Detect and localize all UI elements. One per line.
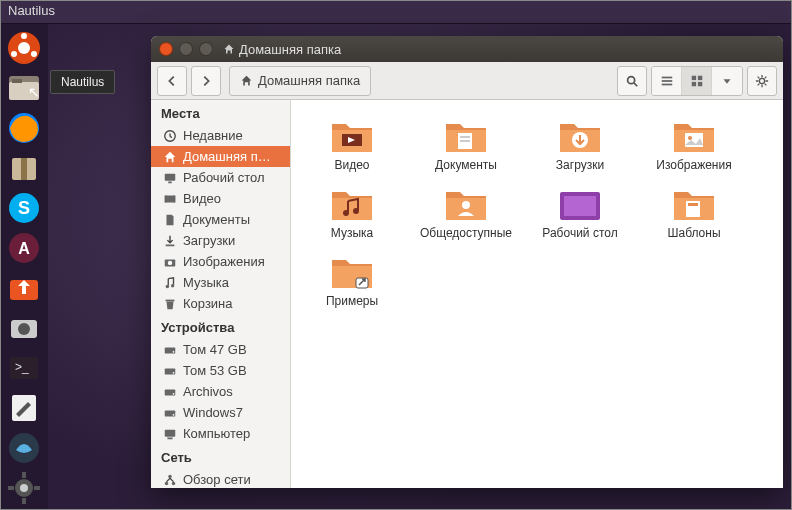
svg-rect-50 bbox=[165, 173, 176, 180]
launcher-settings[interactable] bbox=[4, 470, 44, 506]
svg-point-81 bbox=[688, 136, 692, 140]
svg-point-64 bbox=[173, 371, 175, 373]
svg-rect-60 bbox=[166, 299, 175, 301]
launcher-skype[interactable]: S bbox=[4, 190, 44, 226]
menu-gear-button[interactable] bbox=[747, 66, 777, 96]
toolbar: Домашняя папка bbox=[151, 62, 783, 100]
launcher-terminal[interactable]: >_ bbox=[4, 350, 44, 386]
sidebar-item-drive[interactable]: Том 53 GB bbox=[151, 360, 290, 381]
sidebar-item-video[interactable]: Видео bbox=[151, 188, 290, 209]
launcher-software[interactable] bbox=[4, 270, 44, 306]
svg-rect-88 bbox=[688, 203, 698, 206]
sidebar-item-computer[interactable]: Компьютер bbox=[151, 423, 290, 444]
sidebar-header-network: Сеть bbox=[151, 444, 290, 469]
download-icon bbox=[163, 234, 177, 248]
svg-point-73 bbox=[172, 481, 176, 485]
svg-line-48 bbox=[765, 76, 767, 78]
sidebar-item-label: Загрузки bbox=[183, 233, 235, 248]
doc-icon bbox=[163, 213, 177, 227]
svg-text:S: S bbox=[18, 198, 30, 218]
folder-icon bbox=[328, 114, 376, 154]
sidebar-item-label: Изображения bbox=[183, 254, 265, 269]
sidebar-item-label: Документы bbox=[183, 212, 250, 227]
launcher-updates[interactable]: A bbox=[4, 230, 44, 266]
svg-rect-70 bbox=[167, 437, 172, 439]
view-mode-group bbox=[651, 66, 743, 96]
sidebar-header-places: Места bbox=[151, 100, 290, 125]
drive-icon bbox=[163, 406, 177, 420]
sidebar-header-devices: Устройства bbox=[151, 314, 290, 339]
view-dropdown-button[interactable] bbox=[712, 67, 742, 95]
window-maximize-button[interactable] bbox=[199, 42, 213, 56]
svg-rect-24 bbox=[22, 498, 26, 504]
svg-point-17 bbox=[18, 323, 30, 335]
sidebar-item-network[interactable]: Обзор сети bbox=[151, 469, 290, 488]
sidebar-item-label: Том 53 GB bbox=[183, 363, 247, 378]
folder-label: Изображения bbox=[656, 158, 731, 172]
sidebar-item-camera[interactable]: Изображения bbox=[151, 251, 290, 272]
window-title: Домашняя папка bbox=[223, 42, 341, 57]
launcher-tooltip: Nautilus bbox=[50, 70, 115, 94]
folder-image[interactable]: Изображения bbox=[647, 114, 741, 172]
sidebar-item-clock[interactable]: Недавние bbox=[151, 125, 290, 146]
sidebar-item-drive[interactable]: Windows7 bbox=[151, 402, 290, 423]
launcher-archive[interactable] bbox=[4, 150, 44, 186]
svg-rect-38 bbox=[691, 81, 695, 85]
launcher-app-blue[interactable] bbox=[4, 430, 44, 466]
folder-music[interactable]: Музыка bbox=[305, 182, 399, 240]
forward-button[interactable] bbox=[191, 66, 221, 96]
folder-public[interactable]: Общедоступные bbox=[419, 182, 513, 240]
sidebar-item-home[interactable]: Домашняя п… bbox=[151, 146, 290, 167]
desktop-icon bbox=[163, 171, 177, 185]
video-icon bbox=[163, 192, 177, 206]
launcher-editor[interactable] bbox=[4, 390, 44, 426]
sidebar-item-drive[interactable]: Archivos bbox=[151, 381, 290, 402]
svg-line-32 bbox=[634, 82, 638, 86]
sidebar-item-doc[interactable]: Документы bbox=[151, 209, 290, 230]
home-icon bbox=[240, 74, 253, 87]
svg-point-2 bbox=[21, 33, 27, 39]
sidebar-item-download[interactable]: Загрузки bbox=[151, 230, 290, 251]
sidebar-item-trash[interactable]: Корзина bbox=[151, 293, 290, 314]
svg-rect-7 bbox=[12, 79, 22, 83]
folder-view[interactable]: ВидеоДокументыЗагрузкиИзображенияМузыкаО… bbox=[291, 100, 783, 488]
launcher-screenshot[interactable] bbox=[4, 310, 44, 346]
folder-video[interactable]: Видео bbox=[305, 114, 399, 172]
sidebar-item-label: Компьютер bbox=[183, 426, 250, 441]
folder-icon bbox=[328, 182, 376, 222]
svg-rect-37 bbox=[697, 75, 701, 79]
svg-rect-10 bbox=[21, 158, 27, 180]
launcher-firefox[interactable] bbox=[4, 110, 44, 146]
svg-point-40 bbox=[759, 78, 764, 83]
folder-template[interactable]: Шаблоны bbox=[647, 182, 741, 240]
svg-point-68 bbox=[173, 413, 175, 415]
folder-download[interactable]: Загрузки bbox=[533, 114, 627, 172]
folder-desktop[interactable]: Рабочий стол bbox=[533, 182, 627, 240]
folder-doc[interactable]: Документы bbox=[419, 114, 513, 172]
svg-point-71 bbox=[168, 474, 172, 478]
sidebar: Места НедавниеДомашняя п…Рабочий столВид… bbox=[151, 100, 291, 488]
svg-rect-54 bbox=[174, 195, 176, 202]
sidebar-item-drive[interactable]: Том 47 GB bbox=[151, 339, 290, 360]
back-button[interactable] bbox=[157, 66, 187, 96]
folder-link[interactable]: Примеры bbox=[305, 250, 399, 308]
svg-point-57 bbox=[168, 260, 172, 264]
view-grid-button[interactable] bbox=[682, 67, 712, 95]
camera-icon bbox=[163, 255, 177, 269]
folder-icon bbox=[670, 114, 718, 154]
window-close-button[interactable] bbox=[159, 42, 173, 56]
sidebar-item-desktop[interactable]: Рабочий стол bbox=[151, 167, 290, 188]
window-title-text: Домашняя папка bbox=[239, 42, 341, 57]
view-list-button[interactable] bbox=[652, 67, 682, 95]
sidebar-item-label: Недавние bbox=[183, 128, 243, 143]
window-minimize-button[interactable] bbox=[179, 42, 193, 56]
nautilus-window: Домашняя папка Домашняя папка Места Неда… bbox=[151, 36, 783, 488]
svg-rect-33 bbox=[661, 76, 672, 78]
search-button[interactable] bbox=[617, 66, 647, 96]
sidebar-item-music[interactable]: Музыка bbox=[151, 272, 290, 293]
launcher-dash[interactable] bbox=[4, 30, 44, 66]
svg-point-83 bbox=[353, 208, 359, 214]
breadcrumb[interactable]: Домашняя папка bbox=[229, 66, 371, 96]
sidebar-item-label: Домашняя п… bbox=[183, 149, 271, 164]
sidebar-item-label: Видео bbox=[183, 191, 221, 206]
